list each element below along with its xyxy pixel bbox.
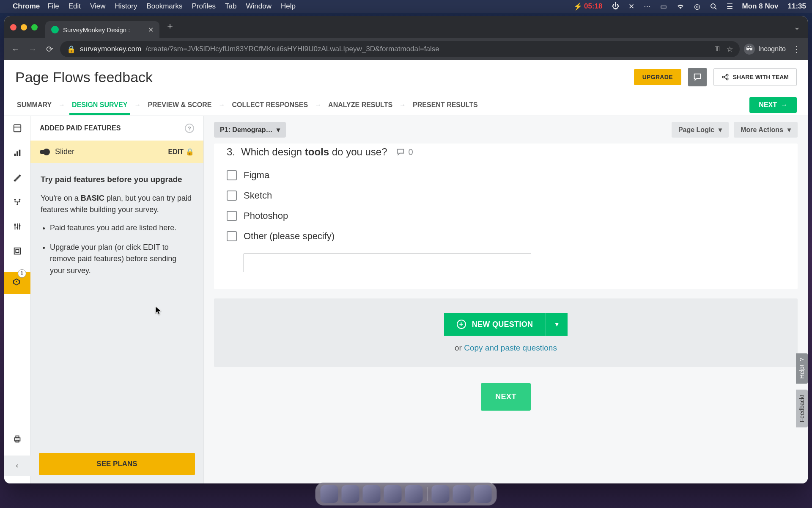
bookmark-star-icon[interactable]: ☆ <box>727 45 733 54</box>
tab-overflow-icon[interactable]: ⌄ <box>794 22 800 32</box>
dock-app[interactable] <box>432 485 450 503</box>
page-picker[interactable]: P1: Demograp… ▾ <box>214 122 286 138</box>
spotlight-icon[interactable] <box>710 3 717 10</box>
close-tab-icon[interactable]: ✕ <box>148 26 154 34</box>
menu-file[interactable]: File <box>47 2 59 11</box>
rail-logic-icon[interactable] <box>12 196 23 207</box>
eye-off-icon[interactable]: 👁̸ <box>715 45 720 54</box>
dock-trash[interactable] <box>474 485 492 503</box>
new-tab-button[interactable]: ＋ <box>165 19 175 32</box>
close-window-button[interactable] <box>10 24 16 30</box>
battery-status[interactable]: ⚡05:18 <box>573 2 602 11</box>
incognito-indicator[interactable]: 🕶 Incognito <box>744 44 786 55</box>
dock-app[interactable] <box>384 485 402 503</box>
next-step-button[interactable]: NEXT → <box>749 97 797 113</box>
step-collect-responses[interactable]: COLLECT RESPONSES <box>230 101 310 109</box>
rail-bank-icon[interactable] <box>12 246 23 257</box>
fullscreen-window-button[interactable] <box>31 24 38 30</box>
step-preview-score[interactable]: PREVIEW & SCORE <box>146 101 213 109</box>
edit-paid-feature-button[interactable]: EDIT 🔒 <box>168 148 194 156</box>
menu-edit[interactable]: Edit <box>69 2 81 11</box>
step-present-results[interactable]: PRESENT RESULTS <box>411 101 480 109</box>
option-row[interactable]: Other (please specify) <box>227 231 785 242</box>
workspace: 1 ‹ ADDED PAID FEATURES ? Slider ED <box>4 116 808 483</box>
survey-next-button[interactable]: NEXT <box>481 383 531 411</box>
back-button[interactable]: ← <box>9 44 22 54</box>
option-row[interactable]: Sketch <box>227 190 785 201</box>
checkbox[interactable] <box>227 190 237 201</box>
help-tab[interactable]: Help!? <box>796 353 808 384</box>
more-actions-button[interactable]: More Actions ▾ <box>734 122 798 138</box>
status-icon[interactable]: ◎ <box>694 2 700 11</box>
menu-help[interactable]: Help <box>281 2 296 11</box>
upgrade-button[interactable]: UPGRADE <box>634 69 681 85</box>
help-icon[interactable]: ? <box>185 124 194 133</box>
paid-feature-row[interactable]: Slider EDIT 🔒 <box>30 141 203 163</box>
menu-bookmarks[interactable]: Bookmarks <box>146 2 182 11</box>
feedback-tab-label: Feedback! <box>798 395 805 422</box>
menubar-date[interactable]: Mon 8 Nov <box>742 2 779 11</box>
left-rail: 1 ‹ <box>4 116 30 483</box>
chrome-menu-icon[interactable]: ⋮ <box>790 44 803 54</box>
rail-style-icon[interactable] <box>12 147 23 158</box>
rail-themes-icon[interactable] <box>12 172 23 183</box>
svg-rect-11 <box>19 150 20 156</box>
share-with-team-button[interactable]: SHARE WITH TEAM <box>713 68 797 86</box>
browser-tab[interactable]: SurveyMonkey Design : ✕ <box>45 21 159 38</box>
status-icon[interactable]: ✕ <box>628 2 634 11</box>
menu-view[interactable]: View <box>90 2 106 11</box>
svg-point-3 <box>726 74 728 76</box>
svg-line-1 <box>715 8 716 9</box>
reload-button[interactable]: ⟳ <box>43 44 56 54</box>
wifi-icon[interactable] <box>676 3 685 9</box>
menu-profiles[interactable]: Profiles <box>192 2 216 11</box>
other-specify-input[interactable] <box>244 254 531 272</box>
comment-button[interactable] <box>688 68 707 86</box>
dock-app[interactable] <box>453 485 471 503</box>
see-plans-button[interactable]: SEE PLANS <box>39 453 195 475</box>
new-question-dropdown[interactable]: ▼ <box>546 313 568 336</box>
share-icon <box>721 73 729 81</box>
feedback-tab[interactable]: Feedback! <box>796 389 808 427</box>
rail-paid-features-icon[interactable]: 1 <box>4 272 30 294</box>
option-row[interactable]: Figma <box>227 170 785 181</box>
svg-point-4 <box>726 78 728 80</box>
menu-history[interactable]: History <box>115 2 137 11</box>
control-center-icon[interactable]: ☰ <box>727 2 733 11</box>
forward-button[interactable]: → <box>26 44 39 54</box>
step-summary[interactable]: SUMMARY <box>15 101 53 109</box>
dock-app[interactable] <box>342 485 359 503</box>
menu-window[interactable]: Window <box>246 2 272 11</box>
rail-print-icon[interactable] <box>12 433 23 444</box>
status-icon[interactable]: ⋯ <box>644 2 651 11</box>
checkbox[interactable] <box>227 170 237 180</box>
dock-app[interactable] <box>363 485 381 503</box>
menu-tab[interactable]: Tab <box>225 2 236 11</box>
mac-dock <box>315 483 497 505</box>
rail-collapse-button[interactable]: ‹ <box>4 456 30 476</box>
menubar-app-name[interactable]: Chrome <box>13 2 40 11</box>
address-bar[interactable]: 🔒 surveymonkey.com/create/?sm=JVk5lDHcyf… <box>60 41 740 57</box>
rail-build-icon[interactable] <box>12 123 23 134</box>
page-logic-button[interactable]: Page Logic ▾ <box>672 122 729 138</box>
plus-circle-icon: + <box>457 320 466 329</box>
survey-title[interactable]: Page Flows feedback <box>15 69 153 86</box>
status-icon[interactable]: ▭ <box>660 2 667 11</box>
canvas-toolbar: P1: Demograp… ▾ Page Logic ▾ More Action… <box>214 116 798 144</box>
dock-app[interactable] <box>405 485 423 503</box>
new-question-button[interactable]: + NEW QUESTION <box>444 313 546 336</box>
minimize-window-button[interactable] <box>21 24 27 30</box>
option-label: Other (please specify) <box>244 231 335 242</box>
question-card[interactable]: 3. Which design tools do you use? 0 Figm… <box>214 144 798 289</box>
menubar-time[interactable]: 11:35 <box>788 2 806 11</box>
plan-name: BASIC <box>81 194 104 202</box>
status-icon[interactable]: ⏻ <box>612 2 619 11</box>
checkbox[interactable] <box>227 231 237 241</box>
step-design-survey[interactable]: DESIGN SURVEY <box>70 101 129 109</box>
option-row[interactable]: Photoshop <box>227 210 785 221</box>
checkbox[interactable] <box>227 211 237 221</box>
copy-paste-link[interactable]: Copy and paste questions <box>464 343 557 352</box>
step-analyze-results[interactable]: ANALYZE RESULTS <box>326 101 394 109</box>
dock-app[interactable] <box>321 485 338 503</box>
rail-options-icon[interactable] <box>12 221 23 232</box>
